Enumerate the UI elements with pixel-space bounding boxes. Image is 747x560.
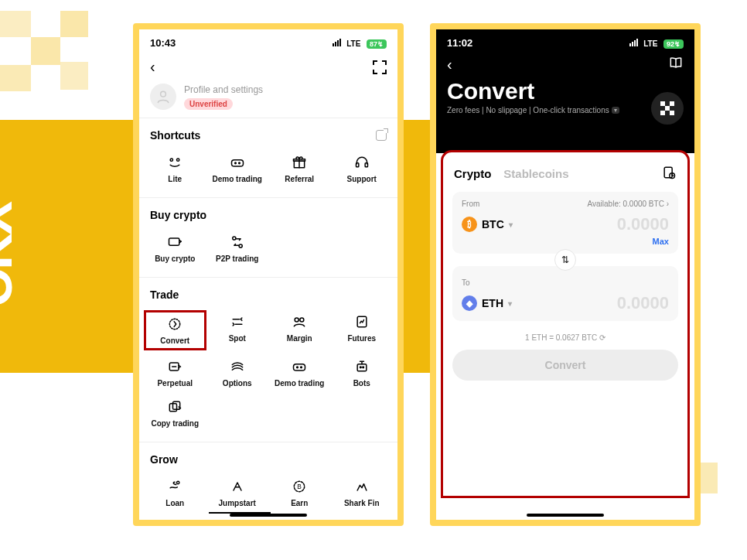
convert-card: Crypto Stablecoins From Available: 0.000… — [441, 150, 690, 498]
grow-jumpstart[interactable]: Jumpstart — [206, 475, 269, 510]
item-label: Demo trading — [275, 379, 324, 388]
gamepad-icon — [230, 154, 245, 171]
buy-crypto-title: Buy crypto — [150, 209, 206, 221]
chevron-down-icon[interactable]: ▾ — [612, 107, 619, 114]
item-label: Copy trading — [151, 419, 199, 428]
status-right: LTE 87↯ — [333, 37, 387, 49]
shortcut-support[interactable]: Support — [331, 151, 394, 186]
scan-icon[interactable] — [373, 60, 387, 74]
battery-badge: 92↯ — [663, 39, 684, 49]
trade-convert[interactable]: Convert — [144, 310, 206, 350]
top-bar: ‹ — [139, 53, 397, 80]
svg-point-15 — [300, 318, 304, 322]
svg-point-11 — [233, 237, 236, 240]
copy-trading-icon — [167, 398, 182, 415]
section-shortcuts: Shortcuts — [139, 118, 397, 148]
shortcut-referral[interactable]: Referral — [268, 151, 331, 186]
brand-logo-text: OKX — [0, 203, 23, 307]
item-label: Shark Fin — [344, 499, 380, 507]
gift-icon — [292, 154, 307, 171]
card-icon — [167, 234, 182, 251]
battery-badge: 87↯ — [367, 39, 387, 49]
from-amount[interactable]: 0.0000 — [617, 214, 669, 234]
svg-rect-9 — [365, 163, 367, 167]
section-grow: Grow — [139, 442, 397, 472]
item-label: Bots — [353, 379, 370, 388]
trade-perpetual[interactable]: Perpetual — [144, 355, 206, 391]
available-label[interactable]: Available: 0.0000 BTC › — [588, 200, 669, 208]
to-coin-select[interactable]: ◆ ETH ▾ — [462, 295, 512, 311]
loan-icon — [167, 478, 182, 495]
item-label: Spot — [229, 334, 246, 343]
shortcut-lite[interactable]: Lite — [144, 151, 206, 186]
refresh-icon[interactable]: ⟳ — [599, 333, 605, 342]
to-amount[interactable]: 0.0000 — [617, 293, 669, 313]
convert-button[interactable]: Convert — [452, 350, 678, 381]
svg-text:B: B — [297, 483, 302, 490]
trade-futures[interactable]: Futures — [331, 310, 394, 350]
svg-rect-29 — [664, 167, 672, 177]
shark-icon — [354, 478, 370, 495]
history-icon[interactable] — [661, 165, 677, 183]
shortcut-label: Lite — [168, 175, 182, 183]
network-label: LTE — [346, 39, 360, 48]
p2p-icon — [230, 234, 245, 251]
shortcut-demo[interactable]: Demo trading — [206, 151, 269, 186]
status-time: 10:43 — [150, 37, 176, 49]
bg-square — [0, 65, 31, 91]
svg-point-13 — [170, 319, 180, 329]
shortcut-label: Referral — [285, 175, 314, 183]
item-label: Convert — [160, 336, 189, 345]
back-icon[interactable]: ‹ — [150, 58, 155, 76]
item-label: Perpetual — [157, 379, 193, 388]
svg-point-19 — [297, 367, 298, 368]
avatar-icon — [155, 89, 171, 104]
p2p-item[interactable]: P2P trading — [206, 230, 269, 266]
trade-demo[interactable]: Demo trading — [268, 355, 331, 391]
back-icon[interactable]: ‹ — [447, 56, 452, 73]
svg-point-0 — [161, 91, 166, 97]
svg-point-14 — [295, 318, 298, 322]
profile-row[interactable]: Profile and settings Unverified — [139, 80, 397, 118]
page-title: Convert — [447, 78, 684, 104]
bg-square — [60, 62, 88, 90]
svg-point-26 — [177, 481, 179, 483]
trade-copy[interactable]: Copy trading — [144, 395, 206, 431]
margin-icon — [292, 313, 307, 330]
section-buy-crypto: Buy crypto — [139, 198, 397, 227]
from-coin-select[interactable]: ₿ BTC ▾ — [462, 217, 513, 232]
item-label: Loan — [165, 499, 184, 507]
bot-icon — [354, 358, 370, 375]
trade-spot[interactable]: Spot — [206, 310, 269, 350]
from-label: From — [462, 200, 479, 208]
book-icon[interactable] — [668, 55, 684, 73]
edit-icon[interactable] — [376, 130, 387, 141]
svg-rect-8 — [356, 163, 358, 167]
svg-rect-10 — [169, 238, 179, 245]
item-label: Jumpstart — [219, 499, 256, 507]
buy-crypto-item[interactable]: Buy crypto — [144, 230, 206, 266]
trade-title: Trade — [150, 289, 179, 301]
trade-bots[interactable]: Bots — [331, 355, 394, 391]
tab-crypto[interactable]: Crypto — [454, 167, 491, 180]
grow-title: Grow — [150, 453, 178, 466]
svg-point-4 — [234, 162, 236, 164]
grow-shark[interactable]: Shark Fin — [331, 475, 394, 510]
bg-square — [0, 11, 31, 37]
convert-icon — [167, 316, 182, 333]
profile-label: Profile and settings — [184, 84, 263, 95]
svg-point-12 — [239, 244, 242, 248]
grow-loan[interactable]: Loan — [144, 475, 206, 510]
svg-point-20 — [301, 367, 302, 368]
item-label: Earn — [291, 499, 308, 507]
trade-margin[interactable]: Margin — [268, 310, 331, 350]
status-time: 11:02 — [447, 37, 472, 49]
grow-earn[interactable]: B Earn — [268, 475, 331, 510]
trade-options[interactable]: Options — [206, 355, 269, 391]
to-coin-label: ETH — [482, 297, 503, 309]
svg-point-22 — [360, 367, 361, 368]
headset-icon — [354, 154, 370, 171]
tab-stablecoins[interactable]: Stablecoins — [503, 167, 568, 180]
swap-button[interactable]: ⇅ — [554, 249, 576, 271]
max-button[interactable]: Max — [462, 237, 669, 246]
